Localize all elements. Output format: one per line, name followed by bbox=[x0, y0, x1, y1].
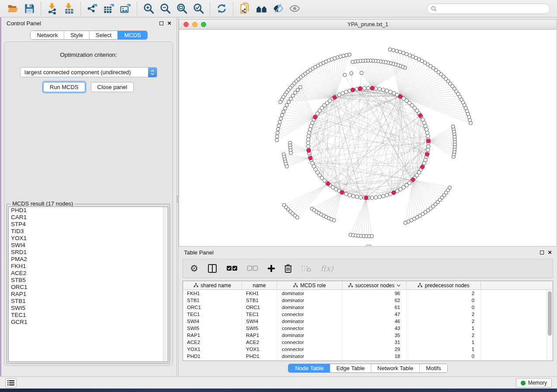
list-item[interactable]: PHD1 bbox=[9, 207, 168, 214]
table-row[interactable]: TEC1TEC1connector472 bbox=[183, 311, 547, 318]
export-image-button[interactable] bbox=[117, 1, 134, 16]
column-header-name[interactable]: name bbox=[242, 281, 277, 289]
list-item[interactable]: FKH1 bbox=[9, 263, 168, 270]
gear-icon[interactable]: ⚙ bbox=[190, 263, 198, 274]
tab-mcds[interactable]: MCDS bbox=[118, 31, 147, 39]
shared-column-icon bbox=[293, 283, 298, 288]
clone-network-button[interactable] bbox=[236, 1, 253, 16]
minimize-window-button[interactable] bbox=[192, 22, 197, 27]
table-row[interactable]: PHD1PHD1dominator180 bbox=[183, 353, 547, 360]
close-window-button[interactable] bbox=[183, 22, 189, 27]
close-panel-icon[interactable]: × bbox=[548, 250, 552, 254]
overview-button[interactable] bbox=[253, 1, 270, 16]
table-cell: ORC1 bbox=[242, 304, 277, 311]
select-all-icon[interactable] bbox=[226, 265, 238, 272]
table-cell bbox=[481, 325, 547, 332]
list-item[interactable]: SWI4 bbox=[9, 242, 168, 249]
tab-network[interactable]: Network bbox=[31, 31, 64, 39]
list-item[interactable]: SRD1 bbox=[9, 249, 168, 256]
zoom-window-button[interactable] bbox=[201, 22, 206, 27]
zoom-out-icon bbox=[159, 3, 171, 14]
refresh-button[interactable] bbox=[213, 1, 230, 16]
save-icon bbox=[24, 3, 35, 14]
hide-panels-button[interactable] bbox=[270, 1, 286, 16]
table-cell bbox=[481, 346, 547, 353]
list-item[interactable]: RAP1 bbox=[9, 291, 168, 298]
criterion-dropdown[interactable]: largest connected component (undirected) bbox=[20, 67, 157, 77]
table-row[interactable]: STB1STB1dominator620 bbox=[183, 297, 547, 304]
column-header-successor-nodes[interactable]: successor nodes bbox=[343, 281, 407, 289]
open-session-button[interactable] bbox=[4, 1, 21, 16]
list-item[interactable]: ORC1 bbox=[9, 284, 168, 291]
table-cell: dominator bbox=[277, 304, 343, 311]
tab-network-table[interactable]: Network Table bbox=[371, 364, 419, 372]
network-canvas[interactable] bbox=[179, 30, 557, 246]
delete-column-icon[interactable] bbox=[284, 264, 292, 273]
node-table: shared name name MCDS role successor nod… bbox=[183, 281, 553, 361]
list-item[interactable]: YOX1 bbox=[9, 235, 168, 242]
tab-motifs[interactable]: Motifs bbox=[419, 364, 447, 372]
network-graph[interactable] bbox=[179, 30, 557, 246]
column-header-predecessor-nodes[interactable]: predecessor nodes bbox=[407, 281, 481, 289]
zoom-fit-button[interactable] bbox=[173, 1, 190, 16]
add-column-icon[interactable] bbox=[267, 265, 275, 272]
scrollbar-thumb[interactable] bbox=[548, 291, 552, 336]
tab-edge-table[interactable]: Edge Table bbox=[330, 364, 371, 372]
column-header-shared-name[interactable]: shared name bbox=[183, 281, 242, 289]
table-row[interactable]: SWI5SWI5connector431 bbox=[183, 325, 547, 332]
table-row[interactable]: SWI4SWI4dominator462 bbox=[183, 318, 547, 325]
list-item[interactable]: ACE2 bbox=[9, 270, 168, 277]
close-panel-button[interactable]: Close panel bbox=[91, 82, 134, 92]
network-titlebar[interactable]: YPA_prune.txt_1 bbox=[179, 20, 557, 30]
table-cell: 0 bbox=[407, 297, 481, 304]
import-table-button[interactable] bbox=[61, 1, 77, 16]
save-session-button[interactable] bbox=[21, 1, 38, 16]
list-item[interactable]: STB1 bbox=[9, 298, 168, 305]
table-row[interactable]: YOX1YOX1connector291 bbox=[183, 346, 547, 353]
table-row[interactable]: RAP1RAP1dominator352 bbox=[183, 332, 547, 339]
list-item[interactable]: PMA2 bbox=[9, 256, 168, 263]
mcds-panel: Optimization criterion: largest connecte… bbox=[4, 41, 173, 366]
float-panel-icon[interactable] bbox=[540, 251, 544, 254]
table-row[interactable]: ACE2ACE2connector311 bbox=[183, 339, 547, 346]
list-item[interactable]: CAR1 bbox=[9, 214, 168, 221]
show-eye-button[interactable] bbox=[286, 1, 303, 16]
zoom-in-button[interactable] bbox=[140, 1, 157, 16]
panel-menu-button[interactable] bbox=[5, 378, 17, 388]
run-mcds-button[interactable]: Run MCDS bbox=[43, 82, 85, 92]
column-header-mcds-role[interactable]: MCDS role bbox=[277, 281, 343, 289]
list-item[interactable]: TID3 bbox=[9, 228, 168, 235]
float-panel-icon[interactable] bbox=[159, 21, 163, 25]
table-body: FKH1FKH1dominator962STB1STB1dominator620… bbox=[183, 290, 547, 361]
zoom-out-button[interactable] bbox=[157, 1, 173, 16]
list-item[interactable]: STB5 bbox=[9, 277, 168, 284]
table-scrollbar[interactable] bbox=[547, 290, 553, 361]
memory-button[interactable]: Memory bbox=[516, 378, 552, 388]
toolbar-separator bbox=[137, 2, 137, 15]
zoom-selected-button[interactable] bbox=[190, 1, 207, 16]
tab-style[interactable]: Style bbox=[64, 31, 89, 39]
table-cell: 2 bbox=[407, 332, 481, 339]
table-row[interactable]: FKH1FKH1dominator962 bbox=[183, 290, 547, 297]
mcds-result-list[interactable]: PHD1CAR1STP4TID3YOX1SWI4SRD1PMA2FKH1ACE2… bbox=[8, 206, 168, 362]
search-box[interactable] bbox=[427, 3, 550, 14]
list-scrollbar[interactable] bbox=[163, 207, 168, 361]
list-item[interactable]: SWI5 bbox=[9, 305, 168, 312]
export-network-button[interactable] bbox=[84, 1, 100, 16]
close-panel-icon[interactable]: × bbox=[167, 21, 171, 25]
network-title: YPA_prune.txt_1 bbox=[347, 21, 388, 28]
list-item[interactable]: GCR1 bbox=[9, 319, 168, 326]
search-input[interactable] bbox=[437, 6, 550, 12]
tab-select[interactable]: Select bbox=[89, 31, 118, 39]
column-header-filler bbox=[481, 281, 553, 289]
deselect-all-icon[interactable] bbox=[247, 265, 258, 272]
table-cell: 1 bbox=[407, 325, 481, 332]
table-row[interactable]: ORC1ORC1dominator610 bbox=[183, 304, 547, 311]
export-table-button[interactable] bbox=[100, 1, 117, 16]
table-cell: 0 bbox=[407, 304, 481, 311]
columns-icon[interactable] bbox=[208, 264, 217, 273]
import-network-button[interactable] bbox=[44, 1, 61, 16]
list-item[interactable]: STP4 bbox=[9, 221, 168, 228]
tab-node-table[interactable]: Node Table bbox=[288, 364, 330, 372]
list-item[interactable]: TEC1 bbox=[9, 312, 168, 319]
